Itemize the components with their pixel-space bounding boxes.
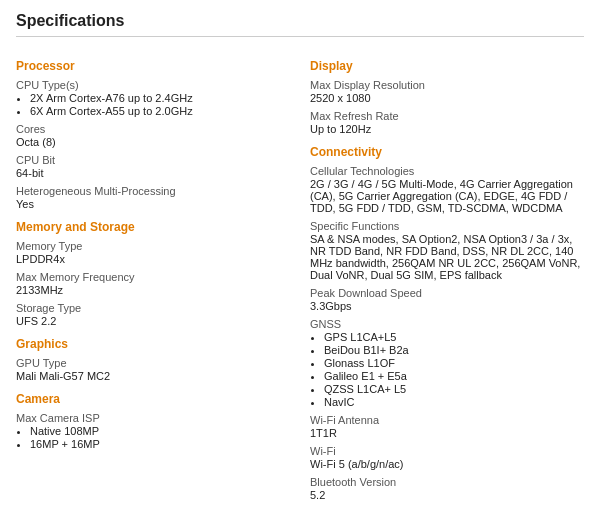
spec-value-list: GPS L1CA+L5BeiDou B1I+ B2aGlonass L1OFGa… [310,331,584,408]
spec-label: Heterogeneous Multi-Processing [16,185,290,197]
spec-label: Specific Functions [310,220,584,232]
spec-block: Max Refresh RateUp to 120Hz [310,110,584,135]
spec-value: Mali Mali-G57 MC2 [16,370,290,382]
spec-block: Wi-FiWi-Fi 5 (a/b/g/n/ac) [310,445,584,470]
spec-label: Max Display Resolution [310,79,584,91]
section-title: Graphics [16,337,290,351]
left-column: ProcessorCPU Type(s)2X Arm Cortex-A76 up… [16,49,290,505]
spec-label: Max Refresh Rate [310,110,584,122]
section-display: DisplayMax Display Resolution2520 x 1080… [310,59,584,135]
section-memory-and-storage: Memory and StorageMemory TypeLPDDR4xMax … [16,220,290,327]
spec-label: Storage Type [16,302,290,314]
spec-block: GNSSGPS L1CA+L5BeiDou B1I+ B2aGlonass L1… [310,318,584,408]
spec-label: Max Camera ISP [16,412,290,424]
spec-label: Bluetooth Version [310,476,584,488]
spec-block: Heterogeneous Multi-ProcessingYes [16,185,290,210]
section-camera: CameraMax Camera ISPNative 108MP16MP + 1… [16,392,290,450]
spec-block: Max Display Resolution2520 x 1080 [310,79,584,104]
page-title: Specifications [16,12,584,37]
section-title: Camera [16,392,290,406]
spec-block: Max Camera ISPNative 108MP16MP + 16MP [16,412,290,450]
spec-block: GPU TypeMali Mali-G57 MC2 [16,357,290,382]
section-title: Memory and Storage [16,220,290,234]
section-connectivity: ConnectivityCellular Technologies2G / 3G… [310,145,584,501]
spec-block: CPU Type(s)2X Arm Cortex-A76 up to 2.4GH… [16,79,290,117]
spec-value: 2133MHz [16,284,290,296]
spec-label: Memory Type [16,240,290,252]
spec-value: Up to 120Hz [310,123,584,135]
spec-value: Wi-Fi 5 (a/b/g/n/ac) [310,458,584,470]
spec-block: Memory TypeLPDDR4x [16,240,290,265]
spec-value: 2520 x 1080 [310,92,584,104]
spec-value: 1T1R [310,427,584,439]
spec-value: SA & NSA modes, SA Option2, NSA Option3 … [310,233,584,281]
spec-label: CPU Bit [16,154,290,166]
list-item: QZSS L1CA+ L5 [324,383,584,395]
spec-label: Wi-Fi [310,445,584,457]
spec-label: GNSS [310,318,584,330]
list-item: 2X Arm Cortex-A76 up to 2.4GHz [30,92,290,104]
spec-label: Max Memory Frequency [16,271,290,283]
spec-value: 64-bit [16,167,290,179]
list-item: GPS L1CA+L5 [324,331,584,343]
spec-label: GPU Type [16,357,290,369]
spec-block: Cellular Technologies2G / 3G / 4G / 5G M… [310,165,584,214]
spec-block: Peak Download Speed3.3Gbps [310,287,584,312]
list-item: 6X Arm Cortex-A55 up to 2.0GHz [30,105,290,117]
section-processor: ProcessorCPU Type(s)2X Arm Cortex-A76 up… [16,59,290,210]
section-graphics: GraphicsGPU TypeMali Mali-G57 MC2 [16,337,290,382]
spec-block: Storage TypeUFS 2.2 [16,302,290,327]
spec-value: Yes [16,198,290,210]
spec-value: LPDDR4x [16,253,290,265]
spec-label: Peak Download Speed [310,287,584,299]
list-item: Galileo E1 + E5a [324,370,584,382]
spec-value: 3.3Gbps [310,300,584,312]
spec-value-list: Native 108MP16MP + 16MP [16,425,290,450]
spec-label: Cores [16,123,290,135]
spec-block: CoresOcta (8) [16,123,290,148]
spec-value: Octa (8) [16,136,290,148]
spec-label: Cellular Technologies [310,165,584,177]
spec-block: Wi-Fi Antenna1T1R [310,414,584,439]
specs-columns: ProcessorCPU Type(s)2X Arm Cortex-A76 up… [16,49,584,505]
spec-block: Specific FunctionsSA & NSA modes, SA Opt… [310,220,584,281]
spec-label: CPU Type(s) [16,79,290,91]
right-column: DisplayMax Display Resolution2520 x 1080… [310,49,584,505]
section-title: Display [310,59,584,73]
list-item: Glonass L1OF [324,357,584,369]
spec-label: Wi-Fi Antenna [310,414,584,426]
list-item: NavIC [324,396,584,408]
spec-block: Max Memory Frequency2133MHz [16,271,290,296]
spec-value: UFS 2.2 [16,315,290,327]
section-title: Connectivity [310,145,584,159]
spec-block: Bluetooth Version5.2 [310,476,584,501]
spec-value: 5.2 [310,489,584,501]
section-title: Processor [16,59,290,73]
list-item: Native 108MP [30,425,290,437]
spec-block: CPU Bit64-bit [16,154,290,179]
list-item: BeiDou B1I+ B2a [324,344,584,356]
list-item: 16MP + 16MP [30,438,290,450]
spec-value: 2G / 3G / 4G / 5G Multi-Mode, 4G Carrier… [310,178,584,214]
spec-value-list: 2X Arm Cortex-A76 up to 2.4GHz6X Arm Cor… [16,92,290,117]
